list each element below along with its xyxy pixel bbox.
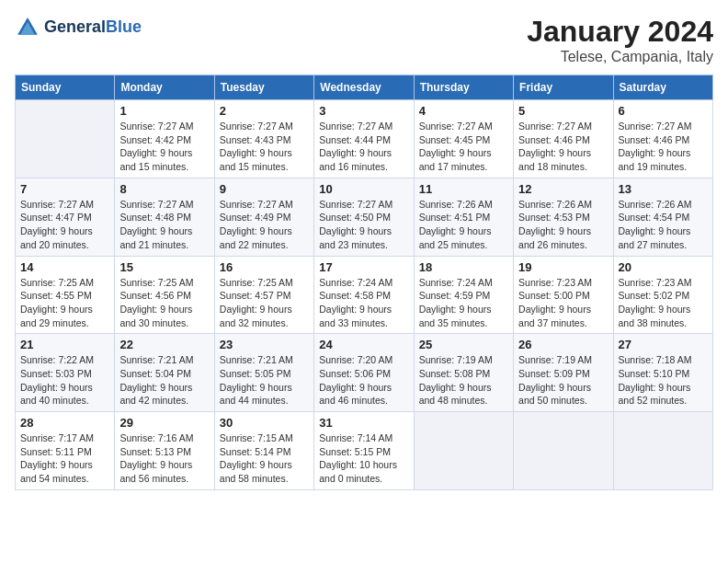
calendar-cell: 15 Sunrise: 7:25 AM Sunset: 4:56 PM Dayl…: [115, 256, 214, 334]
day-number: 1: [119, 104, 209, 118]
weekday-header: Sunday: [16, 75, 115, 100]
day-info: Sunrise: 7:24 AM Sunset: 4:58 PM Dayligh…: [319, 276, 408, 330]
day-number: 18: [419, 260, 508, 274]
calendar-cell: 7 Sunrise: 7:27 AM Sunset: 4:47 PM Dayli…: [16, 178, 115, 256]
weekday-header: Wednesday: [314, 75, 414, 100]
daylight-label: Daylight: 9 hours and 30 minutes.: [119, 304, 192, 328]
weekday-header: Tuesday: [214, 75, 313, 100]
day-info: Sunrise: 7:27 AM Sunset: 4:46 PM Dayligh…: [619, 120, 708, 174]
day-info: Sunrise: 7:26 AM Sunset: 4:53 PM Dayligh…: [518, 198, 608, 252]
day-number: 12: [518, 182, 608, 196]
sunrise-label: Sunrise: 7:26 AM: [518, 199, 592, 210]
calendar-cell: 17 Sunrise: 7:24 AM Sunset: 4:58 PM Dayl…: [314, 256, 414, 334]
day-number: 15: [119, 260, 209, 274]
day-info: Sunrise: 7:22 AM Sunset: 5:03 PM Dayligh…: [20, 353, 109, 408]
daylight-label: Daylight: 9 hours and 20 minutes.: [20, 225, 93, 250]
calendar-cell: 21 Sunrise: 7:22 AM Sunset: 5:03 PM Dayl…: [16, 334, 115, 412]
calendar-cell: 8 Sunrise: 7:27 AM Sunset: 4:48 PM Dayli…: [115, 178, 214, 256]
daylight-label: Daylight: 9 hours and 22 minutes.: [220, 225, 292, 250]
daylight-label: Daylight: 9 hours and 54 minutes.: [20, 459, 93, 484]
calendar-cell: 22 Sunrise: 7:21 AM Sunset: 5:04 PM Dayl…: [115, 334, 214, 412]
weekday-header: Friday: [514, 75, 613, 100]
calendar-week-row: 28 Sunrise: 7:17 AM Sunset: 5:11 PM Dayl…: [16, 412, 713, 490]
daylight-label: Daylight: 9 hours and 35 minutes.: [419, 304, 492, 328]
day-info: Sunrise: 7:26 AM Sunset: 4:51 PM Dayligh…: [419, 198, 508, 252]
sunrise-label: Sunrise: 7:24 AM: [319, 277, 392, 288]
sunset-label: Sunset: 5:00 PM: [518, 290, 590, 301]
sunset-label: Sunset: 4:48 PM: [119, 212, 191, 223]
day-number: 2: [220, 104, 309, 118]
day-info: Sunrise: 7:23 AM Sunset: 5:02 PM Dayligh…: [619, 276, 708, 330]
sunrise-label: Sunrise: 7:27 AM: [619, 121, 692, 132]
sunrise-label: Sunrise: 7:19 AM: [419, 354, 493, 365]
sunrise-label: Sunrise: 7:27 AM: [319, 121, 392, 132]
day-info: Sunrise: 7:20 AM Sunset: 5:06 PM Dayligh…: [319, 353, 408, 408]
sunrise-label: Sunrise: 7:25 AM: [119, 277, 193, 288]
sunset-label: Sunset: 4:42 PM: [119, 134, 191, 145]
sunset-label: Sunset: 5:04 PM: [119, 368, 191, 379]
sunrise-label: Sunrise: 7:21 AM: [119, 354, 193, 365]
calendar-cell: 31 Sunrise: 7:14 AM Sunset: 5:15 PM Dayl…: [314, 412, 414, 490]
calendar-cell: 19 Sunrise: 7:23 AM Sunset: 5:00 PM Dayl…: [514, 256, 613, 334]
sunrise-label: Sunrise: 7:20 AM: [319, 354, 392, 365]
sunset-label: Sunset: 5:08 PM: [419, 368, 491, 379]
sunrise-label: Sunrise: 7:27 AM: [319, 199, 392, 210]
daylight-label: Daylight: 9 hours and 15 minutes.: [220, 147, 292, 172]
calendar-cell: [414, 412, 513, 490]
calendar-cell: 13 Sunrise: 7:26 AM Sunset: 4:54 PM Dayl…: [613, 178, 712, 256]
calendar-cell: 24 Sunrise: 7:20 AM Sunset: 5:06 PM Dayl…: [314, 334, 414, 412]
day-info: Sunrise: 7:27 AM Sunset: 4:46 PM Dayligh…: [518, 120, 608, 174]
daylight-label: Daylight: 9 hours and 56 minutes.: [119, 459, 192, 484]
calendar-cell: 14 Sunrise: 7:25 AM Sunset: 4:55 PM Dayl…: [16, 256, 115, 334]
daylight-label: Daylight: 9 hours and 23 minutes.: [319, 225, 392, 250]
calendar-cell: 2 Sunrise: 7:27 AM Sunset: 4:43 PM Dayli…: [214, 100, 313, 178]
calendar-cell: 28 Sunrise: 7:17 AM Sunset: 5:11 PM Dayl…: [16, 412, 115, 490]
daylight-label: Daylight: 9 hours and 16 minutes.: [319, 147, 392, 172]
day-number: 13: [619, 182, 708, 196]
sunset-label: Sunset: 4:53 PM: [518, 212, 590, 223]
sunrise-label: Sunrise: 7:18 AM: [619, 354, 692, 365]
calendar-cell: [514, 412, 613, 490]
day-info: Sunrise: 7:24 AM Sunset: 4:59 PM Dayligh…: [419, 276, 508, 330]
sunrise-label: Sunrise: 7:23 AM: [518, 277, 592, 288]
day-number: 17: [319, 260, 408, 274]
day-info: Sunrise: 7:21 AM Sunset: 5:05 PM Dayligh…: [220, 353, 309, 408]
day-number: 9: [220, 182, 309, 196]
day-info: Sunrise: 7:27 AM Sunset: 4:43 PM Dayligh…: [220, 120, 309, 174]
day-number: 24: [319, 338, 408, 351]
daylight-label: Daylight: 9 hours and 42 minutes.: [119, 382, 192, 407]
day-number: 31: [319, 416, 408, 430]
calendar-cell: 25 Sunrise: 7:19 AM Sunset: 5:08 PM Dayl…: [414, 334, 513, 412]
sunset-label: Sunset: 4:57 PM: [220, 290, 291, 301]
sunrise-label: Sunrise: 7:27 AM: [419, 121, 493, 132]
calendar-cell: 26 Sunrise: 7:19 AM Sunset: 5:09 PM Dayl…: [514, 334, 613, 412]
month-title: January 2024: [527, 15, 713, 49]
sunrise-label: Sunrise: 7:26 AM: [619, 199, 692, 210]
daylight-label: Daylight: 9 hours and 29 minutes.: [20, 304, 93, 328]
day-number: 27: [619, 338, 708, 351]
logo-general: General: [44, 17, 106, 36]
calendar-week-row: 21 Sunrise: 7:22 AM Sunset: 5:03 PM Dayl…: [16, 334, 713, 412]
calendar-cell: 23 Sunrise: 7:21 AM Sunset: 5:05 PM Dayl…: [214, 334, 313, 412]
sunrise-label: Sunrise: 7:19 AM: [518, 354, 592, 365]
day-number: 23: [220, 338, 309, 351]
daylight-label: Daylight: 9 hours and 44 minutes.: [220, 382, 292, 407]
sunset-label: Sunset: 4:43 PM: [220, 134, 291, 145]
day-info: Sunrise: 7:27 AM Sunset: 4:49 PM Dayligh…: [220, 198, 309, 252]
sunset-label: Sunset: 5:05 PM: [220, 368, 291, 379]
day-number: 11: [419, 182, 508, 196]
daylight-label: Daylight: 9 hours and 25 minutes.: [419, 225, 492, 250]
daylight-label: Daylight: 9 hours and 52 minutes.: [619, 382, 691, 407]
sunset-label: Sunset: 4:46 PM: [619, 134, 690, 145]
day-number: 19: [518, 260, 608, 274]
day-number: 29: [119, 416, 209, 430]
daylight-label: Daylight: 9 hours and 33 minutes.: [319, 304, 392, 328]
daylight-label: Daylight: 9 hours and 32 minutes.: [220, 304, 292, 328]
sunset-label: Sunset: 4:44 PM: [319, 134, 391, 145]
calendar-cell: 18 Sunrise: 7:24 AM Sunset: 4:59 PM Dayl…: [414, 256, 513, 334]
sunrise-label: Sunrise: 7:25 AM: [220, 277, 293, 288]
sunset-label: Sunset: 4:58 PM: [319, 290, 391, 301]
sunset-label: Sunset: 4:49 PM: [220, 212, 291, 223]
logo-icon: [15, 15, 40, 40]
sunrise-label: Sunrise: 7:27 AM: [119, 199, 193, 210]
